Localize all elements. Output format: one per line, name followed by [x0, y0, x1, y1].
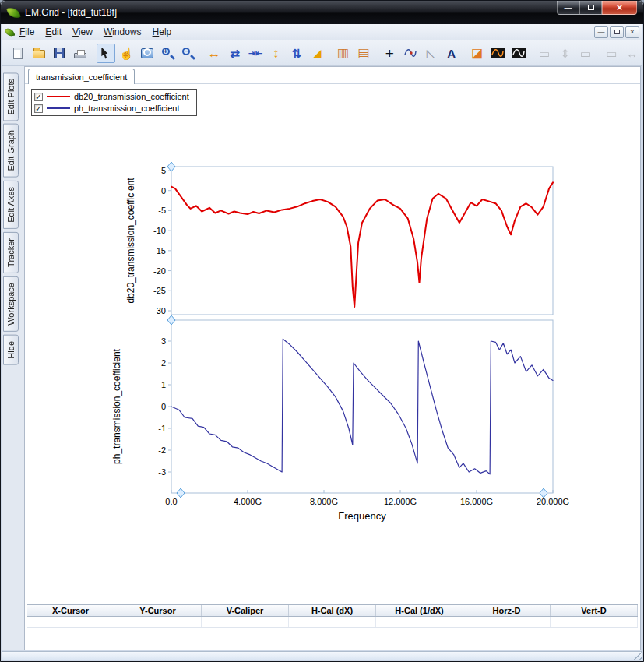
text-annotation-button[interactable]: A: [442, 44, 460, 63]
menu-help[interactable]: Help: [147, 25, 178, 39]
maximize-button[interactable]: [579, 1, 602, 15]
menu-edit[interactable]: Edit: [40, 25, 67, 39]
legend-label: db20_transmission_coefficient: [74, 92, 189, 101]
cursor-table-cell: [202, 617, 289, 627]
minimize-icon: —: [565, 3, 572, 12]
axis-scroll-handle[interactable]: [167, 162, 175, 171]
save-file-button[interactable]: [50, 44, 69, 63]
y-tick-label: 2: [161, 358, 166, 368]
y-tick-label: -25: [153, 286, 166, 295]
toolbar-separator: [374, 40, 379, 65]
legend-checkbox[interactable]: ✓: [34, 93, 43, 101]
y-tick-label: 3: [161, 336, 166, 346]
color-map-button[interactable]: ◪: [468, 44, 487, 63]
minimize-button[interactable]: —: [557, 1, 579, 15]
expand-y-axis-icon: ↕: [273, 47, 280, 60]
add-marker-icon: +: [385, 46, 394, 61]
close-button[interactable]: ×: [602, 1, 637, 15]
expand-x-axis-button[interactable]: ↔: [205, 44, 223, 63]
legend-checkbox[interactable]: ✓: [34, 104, 43, 113]
sidebar-tab-tracker[interactable]: Tracker: [3, 232, 19, 273]
mdi-restore-button[interactable]: [610, 26, 624, 38]
mdi-minimize-button[interactable]: —: [594, 26, 608, 38]
sidebar-tab-edit-graph[interactable]: Edit Graph: [3, 124, 19, 178]
compress-x-axis-button[interactable]: ⇥⇤: [246, 44, 265, 63]
sidebar-tab-edit-plots[interactable]: Edit Plots: [3, 72, 19, 121]
resize-grip-icon[interactable]: [632, 651, 642, 660]
open-file-button[interactable]: [29, 44, 48, 63]
title-bar[interactable]: EM.Grid - [fdtd_tut18f] —×: [1, 1, 643, 24]
tracker-curve-button[interactable]: [400, 44, 419, 63]
menu-file[interactable]: File: [14, 25, 40, 39]
app-window: EM.Grid - [fdtd_tut18f] —× FileEditViewW…: [0, 0, 644, 662]
waveform-orange-button[interactable]: [488, 44, 507, 63]
fit-vertical-icon: ⇕: [560, 48, 570, 59]
window-title: EM.Grid - [fdtd_tut18f]: [25, 7, 117, 18]
y-tick-label: -3: [158, 467, 166, 477]
save-file-icon: [54, 48, 65, 58]
zoom-in-button[interactable]: +: [158, 44, 177, 63]
scroll-x-axis-button[interactable]: ⇄: [225, 44, 244, 63]
pan-hand-button[interactable]: ☝: [117, 44, 135, 63]
menu-view[interactable]: View: [67, 25, 98, 39]
plot-canvas[interactable]: 50-5-10-15-20-25-30db20_transmission_coe…: [111, 157, 578, 530]
select-cursor-button[interactable]: [97, 44, 115, 63]
axis-scroll-handle[interactable]: [177, 488, 185, 498]
x-tick-label: 0.0: [165, 497, 177, 506]
vertical-sections-button[interactable]: ▥: [333, 44, 352, 63]
waveform-white-icon: [512, 48, 526, 58]
zoom-out-icon: −: [181, 47, 195, 60]
cursor-table-header-cell: X-Cursor: [27, 605, 114, 616]
scroll-y-axis-button[interactable]: ⇅: [287, 44, 306, 63]
cursor-table-cell: [27, 617, 114, 627]
cursor-table-cell: [463, 617, 551, 627]
sidebar-tab-hide[interactable]: Hide: [3, 335, 19, 365]
legend-line-sample: [47, 107, 70, 109]
sidebar-tab-workspace[interactable]: Workspace: [3, 276, 19, 332]
app-logo-icon: [6, 5, 20, 19]
expand-x-axis-icon: ↔: [207, 47, 220, 60]
panel-layout-icon: ▭: [539, 48, 550, 59]
cursor-readout-table: X-CursorY-CursorV-CaliperH-Cal (dX)H-Cal…: [27, 604, 638, 628]
cursor-table-header-cell: V-Caliper: [202, 605, 289, 616]
legend-item[interactable]: ✓db20_transmission_coefficient: [34, 92, 189, 101]
horizontal-sections-button[interactable]: ▤: [354, 44, 373, 63]
y-tick-label: -2: [158, 445, 166, 455]
waveform-white-button[interactable]: [509, 44, 528, 63]
tracker-curve-icon: [403, 48, 417, 58]
y-tick-label: -15: [153, 246, 166, 255]
sidebar-tabs: Edit PlotsEdit GraphEdit AxesTrackerWork…: [3, 66, 24, 364]
x-axis-label: Frequency: [338, 510, 386, 522]
compress-x-axis-icon: ⇥⇤: [248, 49, 262, 58]
legend-label: ph_transmission_coefficient: [74, 104, 180, 113]
toolbar-separator: [462, 40, 467, 65]
mdi-close-button[interactable]: ×: [625, 26, 639, 38]
status-bar: [2, 651, 642, 660]
print-button[interactable]: [70, 44, 89, 63]
y-tick-label: -1: [158, 424, 166, 433]
auto-fit-scale-button[interactable]: ◢: [308, 44, 326, 63]
expand-y-axis-button[interactable]: ↕: [266, 44, 285, 63]
toolbar-separator: [199, 40, 204, 65]
toolbar: ☝+−↔⇄⇥⇤↕⇅◢▥▤+◺A◪▭⇕▭▭↔: [2, 40, 642, 66]
caliper-button[interactable]: ◺: [421, 44, 440, 63]
legend-item[interactable]: ✓ph_transmission_coefficient: [34, 104, 189, 113]
mdi-restore-icon: [614, 30, 620, 34]
axis-scroll-handle[interactable]: [167, 315, 175, 325]
zoom-window-icon: [141, 48, 153, 58]
select-cursor-icon: [101, 48, 110, 59]
new-file-button[interactable]: [9, 44, 27, 63]
horizontal-sections-icon: ▤: [357, 47, 369, 59]
plot-tab[interactable]: transmission_coefficient: [28, 69, 135, 84]
zoom-out-button[interactable]: −: [178, 44, 197, 63]
cursor-table-cell: [289, 617, 376, 627]
x-tick-label: 16.000G: [460, 497, 493, 506]
cursor-table-header: X-CursorY-CursorV-CaliperH-Cal (dX)H-Cal…: [27, 604, 638, 617]
zoom-window-button[interactable]: [138, 44, 157, 63]
y-tick-label: -30: [153, 306, 166, 315]
sidebar-tab-edit-axes[interactable]: Edit Axes: [3, 181, 19, 229]
add-marker-button[interactable]: +: [380, 44, 399, 63]
zoom-in-sign: +: [162, 48, 170, 55]
print-icon: [74, 53, 86, 58]
menu-windows[interactable]: Windows: [98, 25, 147, 39]
